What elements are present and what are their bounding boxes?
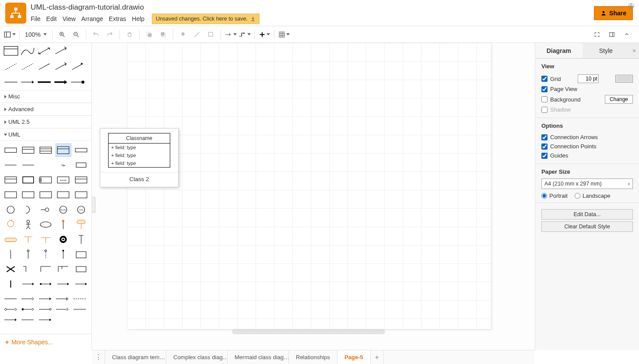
uml-connector[interactable] (55, 295, 70, 303)
to-back-button[interactable] (157, 28, 169, 41)
uml-shape[interactable] (56, 188, 71, 201)
uml-shape[interactable]: Boundary (56, 203, 71, 216)
uml-shape[interactable] (3, 248, 18, 261)
page-tab[interactable]: Complex class diag… (166, 350, 228, 364)
sidebar-toggle-button[interactable] (4, 28, 16, 41)
tab-style[interactable]: Style (583, 43, 630, 58)
uml-shape[interactable] (73, 144, 89, 157)
shape-thumb[interactable] (20, 45, 35, 57)
category-uml25[interactable]: UML 2.5 (0, 116, 91, 128)
uml-shape[interactable] (38, 233, 53, 246)
grid-checkbox[interactable] (541, 76, 548, 82)
shape-thumb[interactable] (53, 76, 68, 88)
uml-shape[interactable]: Entity (73, 203, 89, 216)
uml-shape[interactable] (38, 277, 53, 290)
pageview-checkbox[interactable] (541, 86, 548, 92)
uml-connector[interactable] (4, 305, 19, 313)
uml-connector[interactable] (21, 316, 36, 324)
app-logo[interactable] (5, 3, 26, 24)
uml-shape[interactable] (20, 203, 36, 216)
uml-shape[interactable] (73, 158, 89, 172)
shape-thumb[interactable] (53, 45, 68, 57)
menu-file[interactable]: File (31, 14, 46, 23)
uml-shape[interactable] (3, 173, 18, 186)
line-color-button[interactable] (191, 28, 203, 41)
shape-thumb[interactable] (20, 60, 35, 73)
page-menu-button[interactable]: ⋮ (92, 350, 105, 364)
uml-shape[interactable] (38, 144, 53, 157)
uml-connector[interactable] (38, 316, 53, 324)
fill-color-button[interactable] (177, 28, 189, 41)
uml-shape[interactable] (38, 203, 53, 216)
portrait-radio[interactable] (541, 193, 547, 199)
format-panel-button[interactable] (606, 28, 618, 41)
redo-button[interactable] (104, 28, 116, 41)
page-tab[interactable]: Relationships (289, 350, 337, 364)
uml-shape[interactable] (3, 158, 18, 172)
uml-shape[interactable] (73, 173, 89, 186)
save-pill[interactable]: Unsaved changes. Click here to save. (152, 14, 260, 24)
shadow-button[interactable] (205, 28, 217, 41)
uml-shape[interactable] (3, 203, 18, 216)
change-background-button[interactable]: Change (605, 95, 633, 104)
close-panel-button[interactable]: × (629, 43, 639, 58)
collapse-button[interactable] (621, 28, 633, 41)
document-title[interactable]: UML-class-diagram-tutorial.drawio (31, 2, 594, 12)
background-checkbox[interactable] (541, 96, 548, 102)
canvas[interactable]: Classname + field: type + field: type + … (92, 43, 535, 350)
uml-shape[interactable] (20, 173, 36, 186)
undo-button[interactable] (90, 28, 102, 41)
grid-color-swatch[interactable] (615, 75, 633, 83)
menu-help[interactable]: Help (132, 14, 150, 23)
grid-size-input[interactable] (578, 74, 599, 83)
uml-shape[interactable] (56, 218, 71, 231)
uml-shape[interactable] (3, 277, 18, 290)
shape-thumb[interactable] (37, 60, 52, 73)
table-button[interactable] (278, 28, 290, 41)
sidebar-collapse-handle[interactable] (92, 197, 95, 213)
shape-thumb[interactable] (37, 45, 52, 57)
uml-shape[interactable] (73, 277, 89, 290)
shape-thumb[interactable] (4, 76, 18, 88)
fullscreen-button[interactable] (591, 28, 603, 41)
horizontal-scrollbar[interactable] (232, 329, 385, 334)
landscape-radio[interactable] (575, 193, 580, 199)
category-uml[interactable]: UML (0, 128, 91, 141)
shadow-checkbox[interactable] (541, 107, 548, 113)
zoom-in-button[interactable] (56, 28, 68, 41)
menu-arrange[interactable]: Arrange (81, 14, 109, 23)
shape-thumb[interactable] (37, 76, 52, 88)
uml-shape[interactable]: package (56, 173, 71, 186)
uml-shape[interactable] (3, 188, 18, 201)
uml-connector[interactable] (55, 305, 70, 313)
to-front-button[interactable] (143, 28, 155, 41)
guides-checkbox[interactable] (541, 153, 548, 159)
category-misc[interactable]: Misc (0, 90, 91, 103)
shape-thumb[interactable] (70, 76, 85, 88)
uml-shape[interactable] (20, 144, 36, 157)
uml-connector[interactable] (38, 295, 53, 303)
uml-shape[interactable] (38, 188, 53, 201)
shape-thumb[interactable] (4, 60, 18, 73)
uml-shape[interactable] (20, 262, 36, 276)
page-tab[interactable]: Mermaid class diag… (228, 350, 289, 364)
tab-diagram[interactable]: Diagram (535, 43, 583, 58)
uml-shape[interactable] (3, 233, 18, 246)
uml-shape[interactable]: Title (56, 158, 71, 172)
zoom-out-button[interactable] (70, 28, 82, 41)
uml-shape[interactable] (73, 218, 89, 231)
uml-connector[interactable] (73, 305, 88, 313)
uml-shape[interactable] (73, 188, 89, 201)
uml-shape[interactable] (20, 218, 36, 231)
uml-shape[interactable] (20, 248, 36, 261)
uml-shape[interactable] (20, 188, 36, 201)
uml-shape[interactable] (38, 218, 53, 231)
conn-points-checkbox[interactable] (541, 144, 548, 150)
menu-edit[interactable]: Edit (46, 14, 63, 23)
menu-view[interactable]: View (63, 14, 81, 23)
uml-connector[interactable] (73, 295, 88, 303)
uml-shape[interactable] (73, 262, 89, 276)
canvas-page[interactable] (127, 43, 491, 329)
uml-shape[interactable] (20, 158, 36, 172)
category-advanced[interactable]: Advanced (0, 103, 91, 116)
